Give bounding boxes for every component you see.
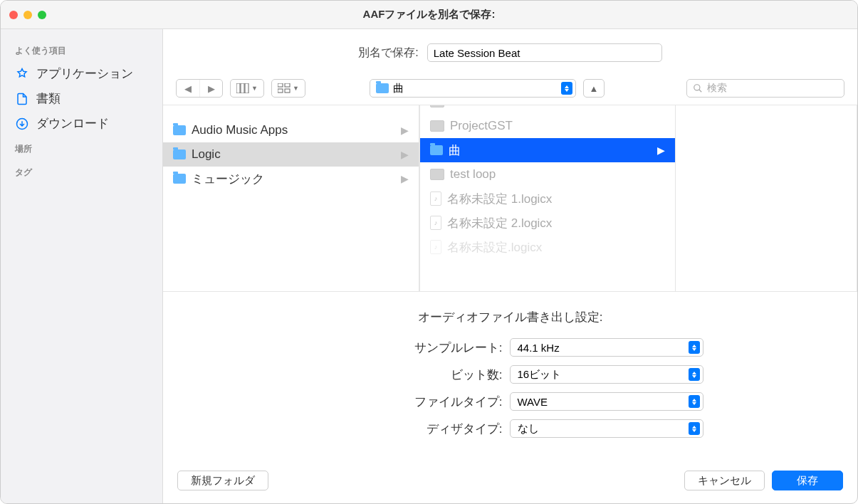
group-by-button[interactable]: ▼ [271, 79, 305, 98]
nav-forward-button[interactable]: ▶ [199, 80, 222, 97]
folder-item[interactable]: ミュージック ▶ [163, 167, 419, 191]
dither-type-label: ディザタイプ: [318, 421, 503, 437]
cancel-button[interactable]: キャンセル [684, 471, 765, 490]
sample-rate-select[interactable]: 44.1 kHz [510, 338, 703, 357]
sample-rate-label: サンプルレート: [318, 340, 503, 356]
bit-depth-select[interactable]: 16ビット [510, 365, 703, 384]
maximize-window-button[interactable] [38, 11, 46, 19]
dither-type-select[interactable]: なし [510, 419, 703, 438]
column-browser: Audio Music Apps ▶ Logic ▶ ミュージック ▶ [163, 105, 857, 292]
sidebar-item-applications[interactable]: アプリケーション [1, 61, 162, 86]
item-label: 名称未設定 2.logicx [447, 215, 552, 231]
select-value: WAVE [518, 396, 548, 408]
downloads-icon [15, 117, 29, 131]
grid-icon [278, 83, 291, 93]
select-arrows-icon [689, 368, 700, 381]
select-arrows-icon [689, 422, 700, 435]
item-label: Audio Music Apps [192, 123, 288, 137]
applications-icon [15, 67, 29, 81]
logic-doc-icon: ♪ [430, 240, 441, 254]
file-item-disabled: ♪ 名称未設定 2.logicx [420, 211, 675, 235]
collapse-button[interactable]: ▲ [583, 79, 605, 98]
folder-item-selected[interactable]: Logic ▶ [163, 142, 419, 167]
chevron-right-icon: ▶ [401, 125, 409, 136]
select-value: 44.1 kHz [518, 342, 560, 354]
window-title: AAFファイルを別名で保存: [1, 8, 857, 21]
chevron-right-icon: ▶ [657, 145, 665, 156]
svg-rect-6 [278, 89, 283, 93]
minimize-window-button[interactable] [23, 11, 32, 19]
file-item-disabled: ProjectGST [420, 114, 675, 138]
file-item-disabled: ♪ 名称未設定.logicx [420, 235, 675, 259]
item-label: ProjectGST [450, 119, 513, 133]
sidebar-item-label: ダウンロード [36, 115, 109, 132]
folder-icon [173, 174, 186, 184]
folder-icon [376, 83, 389, 93]
svg-point-8 [694, 85, 700, 90]
select-value: なし [518, 422, 539, 436]
svg-line-9 [699, 90, 702, 93]
project-icon [430, 120, 444, 132]
save-as-label: 別名で保存: [358, 46, 418, 61]
save-button[interactable]: 保存 [772, 471, 843, 490]
logic-doc-icon: ♪ [430, 191, 441, 206]
svg-rect-7 [285, 89, 290, 93]
folder-icon [173, 149, 186, 159]
file-item-disabled: ♪ 名称未設定 1.logicx [420, 187, 675, 211]
select-arrows-icon [689, 395, 700, 408]
sidebar-item-label: アプリケーション [36, 65, 133, 82]
select-value: 16ビット [518, 368, 562, 382]
sidebar-item-documents[interactable]: 書類 [1, 86, 162, 111]
columns-icon [236, 83, 249, 93]
traffic-lights [9, 11, 46, 19]
project-icon [430, 105, 444, 107]
save-as-row: 別名で保存: [163, 29, 857, 73]
select-arrows-icon [689, 341, 700, 354]
sidebar: よく使う項目 アプリケーション 書類 ダウンロード 場所 タグ [1, 29, 163, 503]
bit-depth-label: ビット数: [318, 367, 503, 383]
search-icon [693, 83, 703, 93]
item-label: Late Session Beat [450, 105, 548, 109]
svg-rect-1 [236, 83, 240, 93]
location-name: 曲 [393, 82, 404, 95]
select-arrows-icon [561, 82, 572, 95]
file-item-disabled: Late Session Beat [420, 105, 675, 114]
settings-title: オーディオファイル書き出し設定: [163, 309, 857, 325]
item-label: 曲 [449, 142, 461, 159]
nav-buttons: ◀ ▶ [176, 79, 223, 98]
sidebar-locations-header: 場所 [1, 139, 162, 159]
item-label: 名称未設定.logicx [447, 239, 542, 256]
browser-column-2: Late Session Beat ProjectGST 曲 ▶ [419, 105, 676, 291]
svg-rect-3 [245, 83, 248, 93]
file-type-select[interactable]: WAVE [510, 392, 703, 411]
browser-column-3 [676, 105, 857, 291]
close-window-button[interactable] [9, 11, 18, 19]
item-label: 名称未設定 1.logicx [447, 191, 552, 207]
sidebar-item-downloads[interactable]: ダウンロード [1, 111, 162, 136]
file-item-disabled: test loop [420, 162, 675, 187]
location-popup[interactable]: 曲 [370, 79, 576, 98]
search-field[interactable]: 検索 [686, 79, 844, 98]
chevron-right-icon: ▶ [401, 173, 409, 184]
item-label: test loop [450, 167, 496, 182]
svg-rect-5 [285, 83, 290, 87]
sidebar-favorites-header: よく使う項目 [1, 41, 162, 61]
folder-item[interactable]: Audio Music Apps ▶ [163, 118, 419, 142]
folder-item-active[interactable]: 曲 ▶ [420, 138, 675, 162]
browser-column-1: Audio Music Apps ▶ Logic ▶ ミュージック ▶ [163, 105, 419, 291]
chevron-down-icon: ▼ [293, 85, 299, 92]
save-as-input[interactable] [427, 43, 662, 62]
documents-icon [15, 92, 29, 106]
view-columns-button[interactable]: ▼ [230, 79, 264, 98]
save-dialog: AAFファイルを別名で保存: よく使う項目 アプリケーション 書類 ダウンロード… [0, 0, 858, 504]
search-placeholder: 検索 [707, 82, 727, 95]
chevron-down-icon: ▼ [251, 85, 258, 92]
svg-rect-4 [278, 83, 283, 87]
project-icon [430, 169, 444, 180]
folder-icon [173, 125, 186, 135]
titlebar: AAFファイルを別名で保存: [1, 1, 857, 29]
folder-icon [430, 145, 443, 155]
new-folder-button[interactable]: 新規フォルダ [177, 471, 268, 490]
nav-back-button[interactable]: ◀ [177, 80, 199, 97]
main-panel: 別名で保存: ◀ ▶ ▼ ▼ 曲 [163, 29, 857, 503]
